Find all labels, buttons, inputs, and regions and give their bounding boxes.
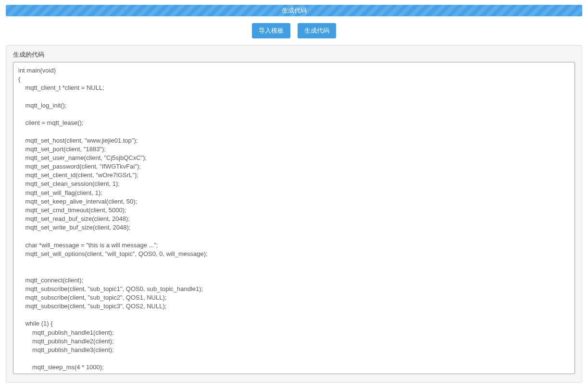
import-template-button[interactable]: 导入模板: [252, 23, 290, 38]
section-header-generate-code: 生成代码: [6, 5, 582, 16]
generated-code-label: 生成的代码: [13, 50, 575, 59]
generated-code-panel: 生成的代码: [6, 45, 582, 383]
generate-code-button[interactable]: 生成代码: [298, 23, 336, 38]
button-row: 导入模板 生成代码: [6, 16, 582, 45]
generated-code-textarea[interactable]: [13, 62, 575, 374]
section-header-title: 生成代码: [282, 7, 307, 14]
